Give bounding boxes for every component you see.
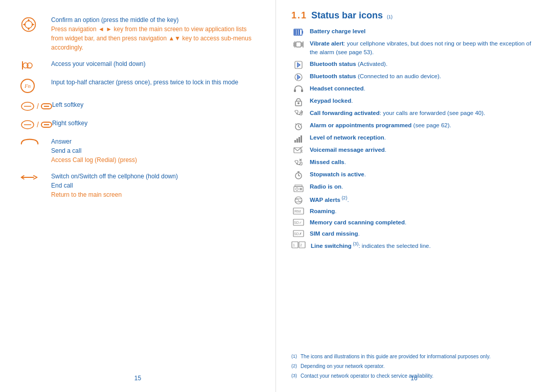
confirm-line2: Press navigation ◄ ► key from the main s… bbox=[51, 26, 251, 51]
confirm-text: Confirm an option (press the middle of t… bbox=[51, 15, 260, 52]
voicemail-icon-cell bbox=[20, 59, 51, 71]
svg-text:RM: RM bbox=[294, 209, 301, 214]
status-call-fwd: Call forwarding activated: your calls ar… bbox=[291, 109, 537, 119]
voicemail-msg-icon-cell bbox=[291, 146, 306, 155]
voicemail-text: Access your voicemail (hold down) bbox=[51, 59, 260, 68]
svg-rect-56 bbox=[300, 189, 302, 190]
fn3-num: (3) bbox=[291, 372, 298, 380]
fn-icon-cell: Fn bbox=[20, 78, 51, 93]
fn2-text: Depending on your network operator. bbox=[301, 362, 385, 371]
bt-activated-icon-cell bbox=[291, 60, 306, 70]
svg-point-1 bbox=[25, 21, 32, 28]
headset-icon-cell bbox=[291, 84, 306, 94]
right-softkey-icons: / bbox=[20, 120, 52, 130]
section-title-row: 1.1 Status bar icons (1) bbox=[291, 10, 537, 21]
radio-icon bbox=[293, 183, 304, 192]
svg-text:1: 1 bbox=[293, 243, 295, 247]
svg-line-36 bbox=[295, 124, 296, 125]
softkey-left-icon bbox=[20, 101, 35, 111]
svg-marker-4 bbox=[22, 23, 25, 26]
keypad-locked-icon-cell bbox=[291, 97, 306, 106]
softkey-divider: / bbox=[37, 102, 39, 110]
keypad-locked-icon bbox=[294, 97, 303, 106]
call-fwd-text: Call forwarding activated: your calls ar… bbox=[310, 109, 537, 118]
missed-calls-text: Missed calls. bbox=[310, 158, 537, 167]
call-fwd-icon-cell bbox=[291, 109, 306, 119]
status-vibrate: Vibrate alert: your cellphone vibrates, … bbox=[291, 39, 537, 57]
sim-missing-text: SIM card missing. bbox=[310, 229, 537, 238]
section-number: 1.1 bbox=[291, 10, 307, 21]
answer-text: Answer Send a call Access Call log (Redi… bbox=[51, 137, 260, 165]
item-power: Switch on/Switch off the cellphone (hold… bbox=[20, 172, 260, 199]
svg-marker-5 bbox=[32, 23, 34, 26]
call-fwd-icon bbox=[293, 109, 304, 119]
roaming-icon-cell: RM bbox=[291, 207, 306, 215]
nav-circle-icon bbox=[20, 16, 37, 33]
svg-rect-20 bbox=[296, 42, 301, 47]
svg-line-44 bbox=[297, 148, 301, 151]
item-fn: Fn Input top-half character (press once)… bbox=[20, 78, 260, 93]
svg-rect-19 bbox=[298, 30, 300, 35]
power-text: Switch on/Switch off the cellphone (hold… bbox=[51, 172, 260, 199]
status-radio: Radio is on. bbox=[291, 182, 537, 192]
status-line-switching: 1 2 Line switching (3): indicates the se… bbox=[291, 241, 537, 250]
sim-missing-icon: SD✗ bbox=[293, 230, 304, 237]
left-softkey-text: Left softkey bbox=[52, 100, 260, 109]
right-softkey-text: Right softkey bbox=[52, 119, 260, 128]
svg-line-35 bbox=[298, 127, 300, 128]
status-wap: WAP alerts (2). bbox=[291, 195, 537, 204]
minus-btn-icon bbox=[41, 103, 52, 109]
fn-text: Input top-half character (press once), p… bbox=[51, 78, 260, 87]
battery-icon-cell bbox=[291, 27, 306, 37]
roaming-icon: RM bbox=[293, 207, 304, 215]
svg-rect-17 bbox=[294, 30, 296, 35]
alarm-text: Alarm or appointments programmed (see pa… bbox=[310, 121, 537, 130]
svg-rect-40 bbox=[298, 137, 300, 143]
status-memory-card: SD✓ Memory card scanning completed. bbox=[291, 218, 537, 227]
svg-point-54 bbox=[296, 188, 298, 190]
battery-icon bbox=[293, 28, 304, 37]
keypad-locked-text: Keypad locked. bbox=[310, 97, 537, 105]
left-softkey-icon-cell: / bbox=[20, 100, 52, 111]
line-switching-icon-cell: 1 2 bbox=[291, 241, 307, 248]
status-sim-missing: SD✗ SIM card missing. bbox=[291, 229, 537, 238]
svg-rect-29 bbox=[294, 89, 296, 92]
wap-icon bbox=[293, 195, 304, 204]
footnote-2: (2) Depending on your network operator. bbox=[291, 362, 537, 371]
softkey-divider2: / bbox=[37, 121, 39, 129]
stopwatch-text: Stopwatch is active. bbox=[310, 170, 537, 179]
svg-rect-18 bbox=[296, 30, 298, 35]
svg-rect-53 bbox=[295, 185, 302, 187]
svg-rect-38 bbox=[294, 140, 296, 143]
svg-rect-41 bbox=[301, 135, 302, 143]
bluetooth-connected-icon bbox=[294, 73, 303, 82]
status-alarm: Alarm or appointments programmed (see pa… bbox=[291, 121, 537, 131]
alarm-icon bbox=[293, 122, 304, 131]
fn1-num: (1) bbox=[291, 353, 298, 361]
right-softkey-icon-cell: / bbox=[20, 119, 52, 130]
item-confirm: Confirm an option (press the middle of t… bbox=[20, 15, 260, 52]
wap-icon-cell bbox=[291, 195, 306, 204]
fn-icon: Fn bbox=[20, 79, 35, 93]
svg-rect-30 bbox=[301, 89, 303, 92]
line-switching-text: Line switching (3): indicates the select… bbox=[311, 241, 537, 250]
fn2-num: (2) bbox=[291, 362, 298, 371]
svg-text:SD✗: SD✗ bbox=[294, 232, 302, 236]
vibrate-text: Vibrate alert: your cellphone vibrates, … bbox=[310, 39, 537, 57]
confirm-line1: Confirm an option (press the middle of t… bbox=[51, 16, 178, 24]
voicemail-msg-text: Voicemail message arrived. bbox=[310, 146, 537, 154]
power-icon bbox=[20, 173, 39, 182]
network-text: Level of network reception. bbox=[310, 133, 537, 142]
memory-card-icon-cell: SD✓ bbox=[291, 218, 306, 226]
status-headset: Headset connected. bbox=[291, 84, 537, 94]
radio-text: Radio is on. bbox=[310, 182, 537, 191]
svg-text:SD✓: SD✓ bbox=[294, 221, 302, 224]
memory-card-icon: SD✓ bbox=[293, 219, 304, 226]
bt-activated-text: Bluetooth status (Activated). bbox=[310, 60, 537, 68]
right-page-number: 16 bbox=[410, 375, 417, 382]
svg-line-43 bbox=[294, 148, 297, 151]
minus-btn2-icon bbox=[41, 122, 52, 128]
status-missed-calls: Missed calls. bbox=[291, 158, 537, 168]
section-sup: (1) bbox=[387, 14, 393, 19]
page-spread: Confirm an option (press the middle of t… bbox=[0, 0, 552, 392]
